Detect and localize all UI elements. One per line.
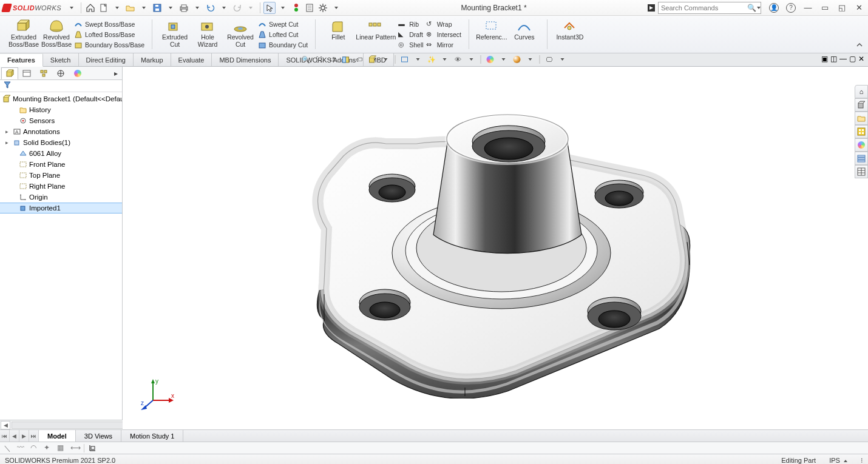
undo-icon[interactable] — [205, 2, 217, 14]
modeltab-next-icon[interactable]: ▶ — [19, 430, 29, 442]
extruded-cut-button[interactable]: Extruded Cut — [158, 18, 191, 48]
tree-origin[interactable]: Origin — [0, 192, 122, 203]
open-icon[interactable] — [124, 2, 137, 14]
status-units[interactable]: IPS — [829, 457, 847, 464]
home-icon[interactable] — [84, 2, 97, 14]
viewport-minimize-icon[interactable]: — — [839, 55, 847, 63]
shell-button[interactable]: ◎Shell — [397, 40, 424, 50]
tab-3d-views[interactable]: 3D Views — [76, 430, 121, 442]
tree-material[interactable]: 6061 Alloy — [0, 148, 122, 159]
lofted-boss-button[interactable]: Lofted Boss/Base — [73, 30, 146, 39]
sketch-dim-icon[interactable]: ⟷ — [70, 443, 80, 453]
taskpane-appearances-icon[interactable] — [855, 152, 868, 165]
minimize-button[interactable]: — — [802, 2, 814, 14]
displaymanager-tab-icon[interactable] — [69, 67, 86, 79]
edit-appearance-icon[interactable]: ✨ — [426, 54, 437, 65]
save-icon[interactable] — [151, 2, 163, 14]
swept-cut-button[interactable]: Swept Cut — [257, 19, 309, 29]
tab-model[interactable]: Model — [39, 430, 76, 442]
dimxpert-tab-icon[interactable] — [52, 67, 69, 79]
dynamic-annotation-icon[interactable]: 🏷 — [354, 54, 365, 65]
feature-tree[interactable]: Mounting Bracket1 (Default<<Defau Histor… — [0, 92, 122, 429]
sketch-line-icon[interactable]: ＼ — [4, 443, 13, 453]
restore-button[interactable]: ▭ — [819, 2, 831, 14]
tree-solid-bodies[interactable]: ▸Solid Bodies(1) — [0, 137, 122, 148]
ribbon-collapse-icon[interactable] — [856, 41, 863, 50]
modeltab-last-icon[interactable]: ⏭ — [29, 430, 39, 442]
save-dropdown[interactable] — [164, 2, 177, 14]
hide-show-icon[interactable] — [399, 54, 410, 65]
tree-history[interactable]: History — [0, 104, 122, 115]
graphics-viewport[interactable]: y x z ⌂ — [123, 67, 868, 429]
hscroll-left-icon[interactable]: ◀ — [1, 421, 10, 429]
taskpane-resources-icon[interactable] — [855, 98, 868, 112]
panel-expand-icon[interactable]: ▸ — [111, 69, 121, 78]
extruded-boss-button[interactable]: Extruded Boss/Base — [7, 18, 40, 48]
taskpane-home-icon[interactable]: ⌂ — [855, 85, 868, 98]
tree-root[interactable]: Mounting Bracket1 (Default<<Defau — [0, 93, 122, 104]
rib-button[interactable]: ▬Rib — [397, 19, 424, 29]
new-dropdown[interactable] — [111, 2, 123, 14]
sketch-grid-icon[interactable]: ▦ — [57, 443, 67, 453]
tree-top-plane[interactable]: Top Plane — [0, 170, 122, 181]
settings-gear-icon[interactable] — [317, 2, 329, 14]
propertymanager-tab-icon[interactable] — [18, 67, 35, 79]
tab-direct-editing[interactable]: Direct Editing — [79, 53, 134, 66]
taskpane-view-palette-icon[interactable] — [855, 138, 868, 152]
search-commands[interactable]: 🔍 — [658, 2, 761, 14]
previous-view-icon[interactable]: ↺ — [327, 54, 338, 65]
tab-sketch[interactable]: Sketch — [43, 53, 79, 66]
search-run-icon[interactable] — [645, 2, 657, 14]
modeltab-first-icon[interactable]: ⏮ — [0, 430, 10, 442]
boundary-cut-button[interactable]: Boundary Cut — [257, 40, 309, 50]
print-dropdown[interactable] — [191, 2, 203, 14]
options-doc-icon[interactable] — [303, 2, 316, 14]
render-icon[interactable] — [512, 54, 523, 65]
swept-boss-button[interactable]: Swept Boss/Base — [73, 19, 146, 29]
tree-right-plane[interactable]: Right Plane — [0, 181, 122, 192]
select-dropdown[interactable] — [277, 2, 289, 14]
reference-geometry-button[interactable]: Referenc... — [475, 18, 508, 41]
wrap-button[interactable]: ↺Wrap — [425, 19, 463, 29]
maximize-button[interactable]: ◱ — [836, 2, 848, 14]
close-button[interactable]: ✕ — [853, 2, 865, 14]
viewport-detach-icon[interactable]: ▣ — [821, 55, 828, 63]
instant3d-button[interactable]: Instant3D — [554, 18, 586, 41]
logo-menu-dropdown[interactable] — [66, 2, 78, 14]
settings-dropdown[interactable] — [330, 2, 342, 14]
filter-funnel-icon[interactable] — [4, 81, 11, 90]
tab-mbd-dimensions[interactable]: MBD Dimensions — [212, 53, 279, 66]
rebuild-traffic-icon[interactable] — [290, 2, 302, 14]
apply-scene-icon[interactable] — [485, 54, 496, 65]
tab-markup[interactable]: Markup — [134, 53, 171, 66]
modeltab-prev-icon[interactable]: ◀ — [10, 430, 19, 442]
help-icon[interactable]: ? — [785, 2, 797, 14]
revolved-boss-button[interactable]: Revolved Boss/Base — [40, 18, 73, 48]
view-settings-icon[interactable]: 🖵 — [544, 54, 555, 65]
orientation-icon[interactable] — [88, 443, 98, 453]
draft-button[interactable]: ◣Draft — [397, 30, 424, 39]
tree-front-plane[interactable]: Front Plane — [0, 159, 122, 170]
search-input[interactable] — [659, 4, 747, 12]
curves-button[interactable]: Curves — [508, 18, 541, 41]
fillet-button[interactable]: Fillet — [322, 18, 354, 41]
zoom-to-fit-icon[interactable]: 🔍 — [300, 54, 311, 65]
display-style-icon[interactable] — [367, 54, 378, 65]
zoom-to-area-icon[interactable]: ⛶ — [314, 54, 325, 65]
sketch-point-icon[interactable]: ✦ — [44, 443, 53, 453]
configurationmanager-tab-icon[interactable] — [35, 67, 52, 79]
orientation-triad[interactable]: y x z — [140, 376, 176, 412]
select-icon[interactable] — [263, 2, 276, 14]
viewport-link-icon[interactable]: ◫ — [830, 55, 837, 63]
hole-wizard-button[interactable]: Hole Wizard — [191, 18, 224, 48]
new-icon[interactable] — [98, 2, 110, 14]
redo-icon[interactable] — [231, 2, 243, 14]
section-view-icon[interactable] — [341, 54, 351, 65]
viewport-maximize-icon[interactable]: ▢ — [849, 55, 856, 63]
status-extras-icon[interactable]: ⁝ — [861, 457, 863, 465]
featuremanager-tab-icon[interactable] — [1, 67, 18, 79]
revolved-cut-button[interactable]: Revolved Cut — [224, 18, 257, 48]
tree-imported1[interactable]: Imported1 — [0, 203, 122, 214]
print-icon[interactable] — [178, 2, 190, 14]
linear-pattern-button[interactable]: Linear Pattern — [354, 18, 397, 41]
